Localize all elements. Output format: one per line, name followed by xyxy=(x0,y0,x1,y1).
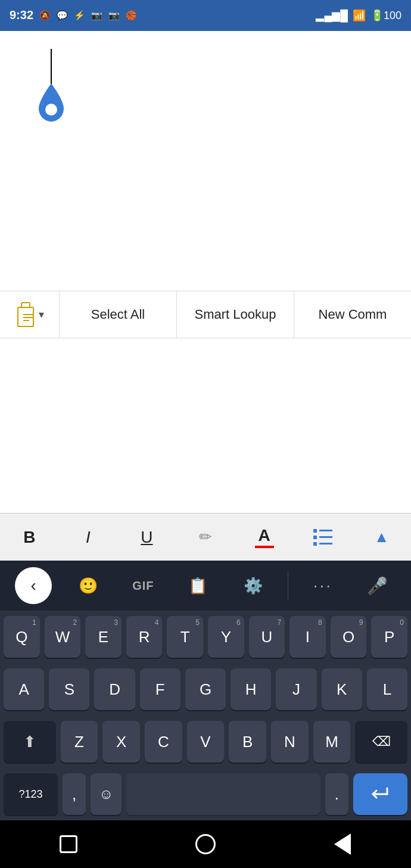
period-key[interactable]: . xyxy=(325,773,348,815)
clipboard-icon: 📋 xyxy=(188,577,207,595)
emoji-key[interactable]: ☺ xyxy=(91,773,122,815)
font-color-underline xyxy=(255,546,274,548)
shift-key[interactable]: ⬆ xyxy=(4,721,56,763)
document-empty-space[interactable] xyxy=(0,338,411,513)
keyboard: Q1 W2 E3 R4 T5 Y6 U7 I8 O9 P0 A S D F G … xyxy=(0,611,411,820)
collapse-keyboard-button[interactable]: ▲ xyxy=(365,521,398,554)
keyboard-back-button[interactable]: ‹ xyxy=(13,567,54,604)
list-icon xyxy=(313,529,332,546)
context-toolbar: ▾ Select All Smart Lookup New Comm xyxy=(0,291,411,338)
keyboard-row-3: ⬆ Z X C V B N M ⌫ xyxy=(0,715,411,768)
key-J[interactable]: J xyxy=(276,668,316,710)
messenger-icon: ⚡ xyxy=(74,10,85,21)
bottom-nav xyxy=(0,820,411,868)
text-cursor-line xyxy=(51,49,52,73)
recent-apps-icon xyxy=(60,835,77,853)
numbers-key[interactable]: ?123 xyxy=(4,773,58,815)
paste-button[interactable]: ▾ xyxy=(0,291,60,338)
keyboard-extra-row: ‹ 🙂 GIF 📋 ⚙️ ··· 🎤 xyxy=(0,561,411,611)
key-K[interactable]: K xyxy=(322,668,362,710)
key-G[interactable]: G xyxy=(185,668,226,710)
key-B[interactable]: B xyxy=(229,721,266,763)
key-E[interactable]: E3 xyxy=(85,616,122,658)
keyboard-row-4: ?123 , ☺ . xyxy=(0,768,411,820)
key-W[interactable]: W2 xyxy=(45,616,81,658)
key-F[interactable]: F xyxy=(140,668,180,710)
space-key[interactable] xyxy=(126,773,320,815)
highlight-button[interactable]: ✏ xyxy=(189,521,222,554)
sticker-button[interactable]: 🙂 xyxy=(68,567,108,604)
key-U[interactable]: U7 xyxy=(249,616,285,658)
key-M[interactable]: M xyxy=(313,721,351,763)
more-options-button[interactable]: ··· xyxy=(303,567,343,604)
home-icon xyxy=(195,834,216,854)
instagram-icon: 📷 xyxy=(91,10,102,21)
key-X[interactable]: X xyxy=(102,721,140,763)
keyboard-divider xyxy=(288,571,288,601)
key-N[interactable]: N xyxy=(271,721,309,763)
key-Z[interactable]: Z xyxy=(61,721,98,763)
document-area[interactable] xyxy=(0,31,411,291)
signal-icon: ▂▄▆█ xyxy=(316,9,348,22)
sticker-icon: 🙂 xyxy=(79,577,98,595)
settings-button[interactable]: ⚙️ xyxy=(233,567,273,604)
comma-key[interactable]: , xyxy=(63,773,86,815)
new-comment-button[interactable]: New Comm xyxy=(294,291,411,338)
clipboard-button[interactable]: 📋 xyxy=(178,567,218,604)
clipboard-body xyxy=(17,307,34,327)
cursor-droplet-icon xyxy=(35,82,67,123)
instagram2-icon: 📷 xyxy=(108,10,120,21)
font-color-button[interactable]: A xyxy=(248,521,281,554)
select-all-button[interactable]: Select All xyxy=(60,291,177,338)
keyboard-row-1: Q1 W2 E3 R4 T5 Y6 U7 I8 O9 P0 xyxy=(0,611,411,663)
paste-icon xyxy=(15,302,36,327)
gear-icon: ⚙️ xyxy=(244,577,263,595)
gif-button[interactable]: GIF xyxy=(123,567,163,604)
key-Q[interactable]: Q1 xyxy=(4,616,40,658)
cursor-handle xyxy=(35,73,67,117)
svg-point-0 xyxy=(45,104,57,116)
recent-apps-button[interactable] xyxy=(51,826,86,862)
enter-key[interactable] xyxy=(353,773,407,815)
enter-icon xyxy=(370,786,390,802)
home-button[interactable] xyxy=(188,826,223,862)
back-nav-icon xyxy=(334,833,351,855)
key-D[interactable]: D xyxy=(94,668,135,710)
key-A[interactable]: A xyxy=(4,668,44,710)
clipboard-lines xyxy=(23,314,33,321)
key-P[interactable]: P0 xyxy=(371,616,407,658)
key-R[interactable]: R4 xyxy=(126,616,163,658)
smart-lookup-button[interactable]: Smart Lookup xyxy=(177,291,294,338)
underline-button[interactable]: U xyxy=(130,521,163,554)
back-arrow-icon[interactable]: ‹ xyxy=(15,567,52,604)
voice-input-button[interactable]: 🎤 xyxy=(357,567,398,604)
key-V[interactable]: V xyxy=(187,721,225,763)
key-O[interactable]: O9 xyxy=(331,616,367,658)
status-bar: 9:32 🔕 💬 ⚡ 📷 📷 🏀 ▂▄▆█ 📶 🔋100 xyxy=(0,0,411,31)
battery-icon: 🔋100 xyxy=(370,9,401,22)
key-H[interactable]: H xyxy=(231,668,271,710)
italic-button[interactable]: I xyxy=(71,521,105,554)
key-C[interactable]: C xyxy=(145,721,182,763)
cursor-body xyxy=(35,85,67,120)
status-right: ▂▄▆█ 📶 🔋100 xyxy=(316,9,401,22)
voice-icon: 🎤 xyxy=(367,576,388,596)
back-nav-button[interactable] xyxy=(325,826,360,862)
key-I[interactable]: I8 xyxy=(289,616,326,658)
bold-button[interactable]: B xyxy=(13,521,46,554)
key-Y[interactable]: Y6 xyxy=(208,616,244,658)
key-L[interactable]: L xyxy=(367,668,407,710)
notification-muted-icon: 🔕 xyxy=(39,10,51,21)
wifi-icon: 📶 xyxy=(353,9,366,22)
gif-label: GIF xyxy=(132,579,154,593)
list-button[interactable] xyxy=(306,521,340,554)
status-time: 9:32 xyxy=(10,8,33,22)
backspace-key[interactable]: ⌫ xyxy=(355,721,407,763)
shift-icon: ⬆ xyxy=(23,733,36,751)
status-left: 9:32 🔕 💬 ⚡ 📷 📷 🏀 xyxy=(10,8,137,22)
basketball-icon: 🏀 xyxy=(126,10,137,21)
ellipsis-icon: ··· xyxy=(313,576,332,595)
key-T[interactable]: T5 xyxy=(167,616,203,658)
chevron-down-icon[interactable]: ▾ xyxy=(39,308,44,321)
key-S[interactable]: S xyxy=(49,668,89,710)
